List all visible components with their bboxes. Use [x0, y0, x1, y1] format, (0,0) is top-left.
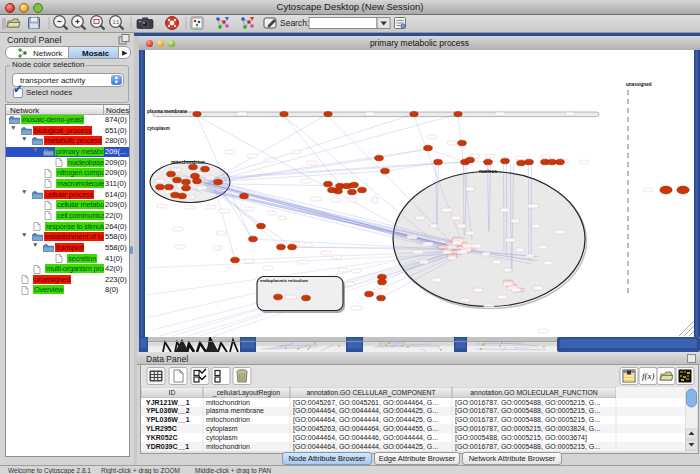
- svg-text:_cellularLayoutRegion: _cellularLayoutRegion: [212, 389, 280, 397]
- svg-text:mitochondrion: mitochondrion: [206, 416, 250, 423]
- svg-text:[GO:0016787, GO:0005488, GO:00: [GO:0016787, GO:0005488, GO:0005215, G..…: [455, 399, 600, 407]
- svg-text:f(x): f(x): [642, 371, 655, 381]
- svg-text:cytoplasm: cytoplasm: [147, 126, 170, 131]
- svg-text:YPL036W__1: YPL036W__1: [146, 416, 190, 423]
- svg-text:nucleus: nucleus: [479, 169, 497, 174]
- svg-text:YPL036W__2: YPL036W__2: [146, 407, 190, 414]
- svg-text:cytoplasm: cytoplasm: [206, 425, 238, 433]
- svg-text:YLR295C: YLR295C: [146, 425, 177, 432]
- svg-text:annotation.GO MOLECULAR_FUNCTI: annotation.GO MOLECULAR_FUNCTION: [470, 389, 597, 397]
- svg-text:unassigned: unassigned: [626, 82, 652, 87]
- svg-text:mitochondrion: mitochondrion: [171, 160, 205, 165]
- svg-text:[GO:0016787, GO:0005488, GO:00: [GO:0016787, GO:0005488, GO:0005215, G..…: [455, 443, 600, 451]
- svg-text:[GO:0005488, GO:0005215, GO:00: [GO:0005488, GO:0005215, GO:0003674]: [455, 434, 587, 442]
- svg-text:YDR039C__1: YDR039C__1: [146, 443, 189, 450]
- svg-text:[GO:0045267, GO:0045261, GO:00: [GO:0045267, GO:0045261, GO:0044464, G..…: [293, 399, 438, 407]
- svg-text:YKR052C: YKR052C: [146, 434, 178, 441]
- svg-text:endoplasmic reticulum: endoplasmic reticulum: [260, 278, 308, 283]
- svg-text:YJR121W__1: YJR121W__1: [146, 399, 190, 406]
- svg-text:Search:: Search:: [280, 18, 309, 28]
- svg-text:[GO:0044464, GO:0044446, GO:00: [GO:0044464, GO:0044446, GO:0044444, G..…: [293, 434, 438, 442]
- svg-text:[GO:0045263, GO:0044464, GO:00: [GO:0045263, GO:0044464, GO:0044455, G..…: [293, 425, 438, 433]
- svg-text:plasma membrane: plasma membrane: [206, 407, 264, 415]
- svg-text:mitochondrion: mitochondrion: [206, 399, 250, 406]
- svg-text:annotation.GO CELLULAR_COMPONE: annotation.GO CELLULAR_COMPONENT: [306, 389, 435, 397]
- svg-text:[GO:0016787, GO:0005215, GO:00: [GO:0016787, GO:0005215, GO:0003824, G..…: [455, 425, 600, 433]
- svg-text:ID: ID: [169, 389, 176, 396]
- svg-text:[GO:0044464, GO:0044444, GO:00: [GO:0044464, GO:0044444, GO:0044425, G..…: [293, 407, 438, 415]
- svg-text:mitochondrion: mitochondrion: [206, 443, 250, 450]
- svg-text:plasma membrane: plasma membrane: [147, 109, 188, 114]
- svg-text:[GO:0016787, GO:0005488, GO:00: [GO:0016787, GO:0005488, GO:0005215, G..…: [455, 407, 600, 415]
- svg-text:[GO:0044464, GO:0044444, GO:00: [GO:0044464, GO:0044444, GO:0044425, G..…: [293, 416, 438, 424]
- svg-text:1:1: 1:1: [113, 20, 120, 25]
- svg-text:cytoplasm: cytoplasm: [206, 434, 238, 442]
- svg-text:[GO:0044464, GO:0044444, GO:00: [GO:0044464, GO:0044444, GO:0044425, G..…: [293, 443, 438, 451]
- svg-text:[GO:0016787, GO:0005488, GO:00: [GO:0016787, GO:0005488, GO:0005215, G..…: [455, 416, 600, 424]
